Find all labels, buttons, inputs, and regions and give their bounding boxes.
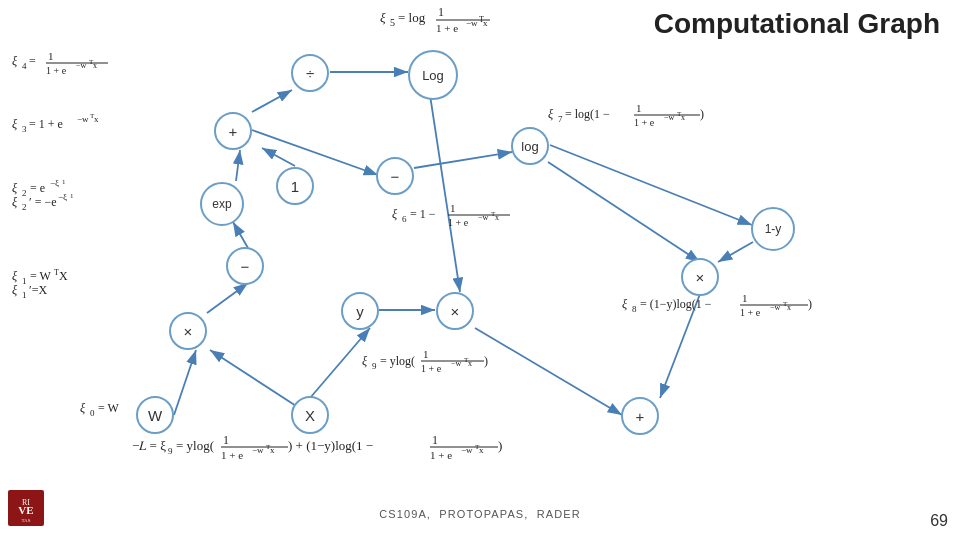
svg-text:−w: −w — [252, 445, 264, 455]
svg-text:ξ: ξ — [12, 54, 18, 68]
svg-text:1 + e: 1 + e — [46, 65, 67, 76]
svg-text:TAS: TAS — [21, 518, 30, 523]
svg-text:T: T — [479, 15, 484, 24]
svg-text:−w: −w — [461, 445, 473, 455]
svg-text:7: 7 — [558, 114, 563, 124]
svg-text:): ) — [700, 107, 704, 121]
svg-text:ξ: ξ — [12, 269, 18, 283]
svg-text:1: 1 — [742, 292, 748, 304]
svg-text:1 + e: 1 + e — [436, 22, 458, 34]
svg-text:): ) — [484, 354, 488, 368]
svg-text:x: x — [270, 445, 275, 455]
svg-text:−ξ: −ξ — [58, 192, 67, 202]
svg-text:8: 8 — [632, 304, 637, 314]
svg-text:) + (1−y)log(1 −: ) + (1−y)log(1 − — [288, 438, 373, 453]
svg-text:′ = −e: ′ = −e — [29, 195, 57, 209]
footer-text: CS109A, PROTOPAPAS, RADER — [379, 508, 580, 520]
svg-text:1: 1 — [432, 433, 438, 447]
svg-line-4 — [233, 222, 248, 248]
svg-text:= 1 + e: = 1 + e — [29, 117, 63, 131]
svg-line-18 — [475, 328, 622, 415]
svg-text:9: 9 — [372, 361, 377, 371]
svg-line-14 — [660, 294, 700, 398]
page-title: Computational Graph — [654, 8, 940, 40]
svg-text:4: 4 — [22, 61, 27, 71]
svg-line-9 — [252, 130, 378, 175]
svg-text:RI: RI — [22, 498, 30, 507]
svg-text:T: T — [54, 268, 59, 277]
svg-text:0: 0 — [90, 408, 95, 418]
svg-text:x: x — [94, 114, 99, 124]
node-one: 1 — [276, 167, 314, 205]
svg-line-15 — [430, 95, 460, 292]
svg-text:1: 1 — [22, 276, 27, 286]
svg-text:−w: −w — [466, 18, 478, 28]
svg-text:2: 2 — [22, 202, 27, 212]
svg-text:x: x — [483, 18, 488, 28]
svg-text:−w: −w — [770, 303, 781, 312]
svg-line-5 — [236, 150, 240, 181]
node-neg: − — [376, 157, 414, 195]
svg-text:= log: = log — [398, 10, 426, 25]
svg-text:= W: = W — [30, 269, 52, 283]
svg-text:ξ: ξ — [12, 181, 18, 195]
svg-line-17 — [310, 328, 370, 398]
svg-text:−w: −w — [77, 114, 89, 124]
node-y: y — [341, 292, 379, 330]
svg-text:1: 1 — [636, 102, 642, 114]
svg-text:1 + e: 1 + e — [448, 217, 469, 228]
node-div: ÷ — [291, 54, 329, 92]
svg-text:T: T — [677, 110, 682, 118]
svg-text:1 + e: 1 + e — [421, 363, 442, 374]
svg-line-6 — [262, 148, 295, 166]
svg-text:): ) — [808, 297, 812, 311]
svg-text:ξ: ξ — [12, 283, 18, 297]
svg-text:): ) — [498, 438, 502, 453]
svg-text:=: = — [29, 54, 36, 68]
node-times1: × — [169, 312, 207, 350]
svg-text:1 + e: 1 + e — [740, 307, 761, 318]
svg-text:ξ: ξ — [80, 401, 86, 415]
svg-text:= e: = e — [30, 181, 45, 195]
page-number: 69 — [930, 512, 948, 530]
svg-line-3 — [207, 283, 248, 313]
node-lognode: log — [511, 127, 549, 165]
svg-text:1 + e: 1 + e — [221, 449, 243, 461]
svg-text:−w: −w — [664, 113, 675, 122]
svg-text:x: x — [468, 359, 472, 368]
svg-text:−w: −w — [76, 61, 87, 70]
svg-text:−ξ: −ξ — [50, 178, 59, 188]
node-times2: × — [681, 258, 719, 296]
svg-text:′=X: ′=X — [29, 283, 47, 297]
svg-text:T: T — [491, 210, 496, 218]
node-exp: exp — [200, 182, 244, 226]
svg-text:x: x — [787, 303, 791, 312]
node-plus2: + — [621, 397, 659, 435]
node-log: Log — [408, 50, 458, 100]
svg-text:= ylog(: = ylog( — [176, 438, 214, 453]
svg-text:1: 1 — [223, 433, 229, 447]
svg-line-1 — [174, 350, 196, 415]
svg-text:9: 9 — [168, 446, 173, 456]
svg-text:1: 1 — [438, 5, 444, 19]
svg-line-13 — [718, 242, 753, 262]
svg-text:1: 1 — [423, 348, 429, 360]
svg-text:ξ: ξ — [362, 354, 368, 368]
svg-text:= 1 −: = 1 − — [410, 207, 436, 221]
svg-text:6: 6 — [402, 214, 407, 224]
svg-text:ξ: ξ — [380, 10, 386, 25]
svg-text:1: 1 — [62, 178, 66, 186]
svg-text:x: x — [681, 113, 685, 122]
svg-text:ξ: ξ — [622, 297, 628, 311]
svg-text:−w: −w — [478, 213, 489, 222]
svg-text:= ylog(: = ylog( — [380, 354, 415, 368]
svg-text:2: 2 — [22, 188, 27, 198]
svg-line-11 — [550, 145, 752, 225]
svg-text:T: T — [266, 443, 271, 451]
svg-text:T: T — [90, 112, 95, 120]
node-W: W — [136, 396, 174, 434]
node-times3: × — [436, 292, 474, 330]
svg-line-7 — [252, 90, 292, 112]
svg-text:x: x — [479, 445, 484, 455]
svg-text:ξ: ξ — [392, 207, 398, 221]
